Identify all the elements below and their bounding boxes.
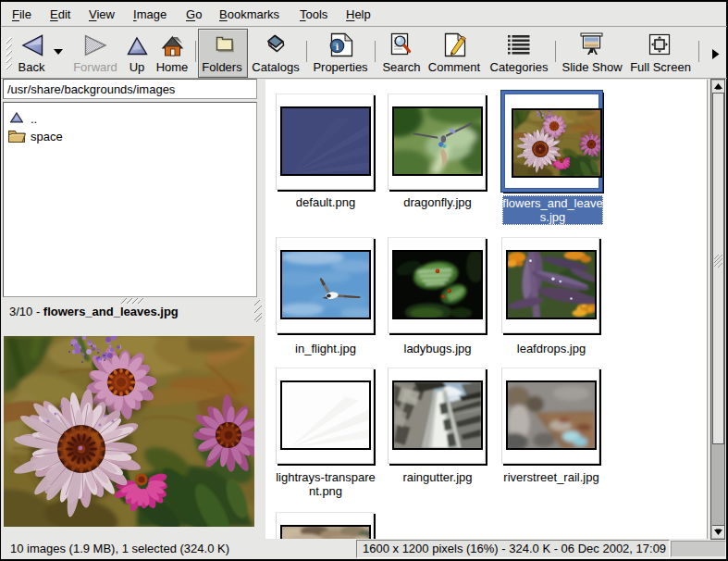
- svg-text:i: i: [336, 41, 339, 52]
